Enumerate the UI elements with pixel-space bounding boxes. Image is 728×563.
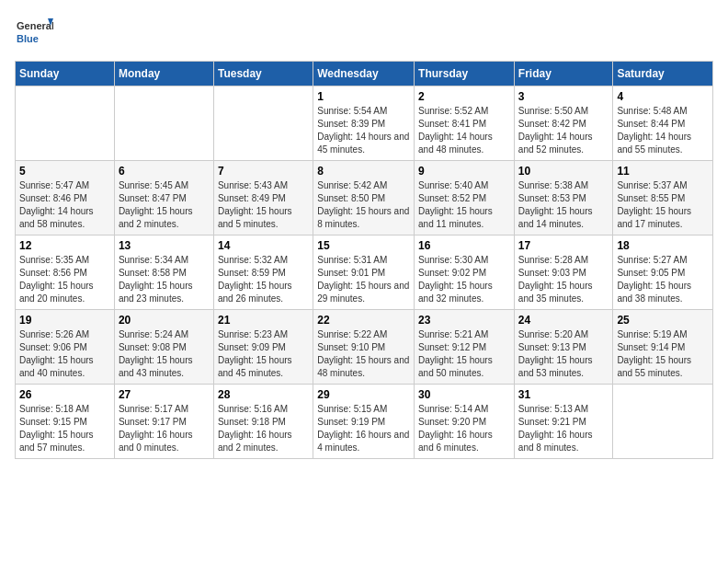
day-info: Sunrise: 5:40 AM Sunset: 8:52 PM Dayligh… <box>418 179 510 231</box>
calendar-cell <box>613 385 713 459</box>
day-number: 20 <box>119 314 210 327</box>
day-number: 22 <box>317 314 410 327</box>
day-number: 3 <box>518 90 609 103</box>
day-info: Sunrise: 5:43 AM Sunset: 8:49 PM Dayligh… <box>218 179 309 231</box>
calendar-cell: 11Sunrise: 5:37 AM Sunset: 8:55 PM Dayli… <box>613 161 713 236</box>
day-info: Sunrise: 5:23 AM Sunset: 9:09 PM Dayligh… <box>218 328 309 380</box>
day-number: 25 <box>617 314 709 327</box>
day-info: Sunrise: 5:14 AM Sunset: 9:20 PM Dayligh… <box>418 403 510 454</box>
calendar-cell: 29Sunrise: 5:15 AM Sunset: 9:19 PM Dayli… <box>313 385 415 459</box>
day-info: Sunrise: 5:35 AM Sunset: 8:56 PM Dayligh… <box>19 254 110 305</box>
day-number: 10 <box>518 165 609 178</box>
calendar-cell: 4Sunrise: 5:48 AM Sunset: 8:44 PM Daylig… <box>613 86 713 161</box>
calendar-week-row: 5Sunrise: 5:47 AM Sunset: 8:46 PM Daylig… <box>16 161 713 236</box>
day-info: Sunrise: 5:30 AM Sunset: 9:02 PM Dayligh… <box>418 254 510 305</box>
day-header-friday: Friday <box>514 62 613 86</box>
day-info: Sunrise: 5:21 AM Sunset: 9:12 PM Dayligh… <box>418 328 510 380</box>
day-number: 28 <box>218 388 309 401</box>
day-number: 12 <box>19 239 110 252</box>
calendar-cell: 6Sunrise: 5:45 AM Sunset: 8:47 PM Daylig… <box>114 161 213 236</box>
day-number: 24 <box>518 314 609 327</box>
header: General Blue <box>15 15 713 53</box>
day-header-wednesday: Wednesday <box>313 62 415 86</box>
day-info: Sunrise: 5:34 AM Sunset: 8:58 PM Dayligh… <box>119 254 210 305</box>
logo-icon: General Blue <box>15 15 53 53</box>
day-number: 27 <box>119 388 210 401</box>
calendar-cell <box>213 86 313 161</box>
day-number: 14 <box>218 239 309 252</box>
day-header-tuesday: Tuesday <box>213 62 313 86</box>
day-info: Sunrise: 5:48 AM Sunset: 8:44 PM Dayligh… <box>617 105 709 156</box>
day-number: 26 <box>19 388 110 401</box>
calendar-cell: 21Sunrise: 5:23 AM Sunset: 9:09 PM Dayli… <box>213 310 313 385</box>
calendar-week-row: 19Sunrise: 5:26 AM Sunset: 9:06 PM Dayli… <box>16 310 713 385</box>
day-info: Sunrise: 5:42 AM Sunset: 8:50 PM Dayligh… <box>317 179 410 231</box>
day-number: 8 <box>317 165 410 178</box>
calendar-cell: 20Sunrise: 5:24 AM Sunset: 9:08 PM Dayli… <box>114 310 213 385</box>
day-header-saturday: Saturday <box>613 62 713 86</box>
calendar-header-row: SundayMondayTuesdayWednesdayThursdayFrid… <box>16 62 713 86</box>
calendar-cell: 19Sunrise: 5:26 AM Sunset: 9:06 PM Dayli… <box>16 310 115 385</box>
day-info: Sunrise: 5:45 AM Sunset: 8:47 PM Dayligh… <box>119 179 210 231</box>
calendar-cell: 2Sunrise: 5:52 AM Sunset: 8:41 PM Daylig… <box>415 86 515 161</box>
day-info: Sunrise: 5:28 AM Sunset: 9:03 PM Dayligh… <box>518 254 609 305</box>
day-info: Sunrise: 5:54 AM Sunset: 8:39 PM Dayligh… <box>317 105 410 156</box>
day-number: 31 <box>518 388 609 401</box>
calendar-cell: 27Sunrise: 5:17 AM Sunset: 9:17 PM Dayli… <box>114 385 213 459</box>
day-number: 23 <box>418 314 510 327</box>
calendar-cell: 28Sunrise: 5:16 AM Sunset: 9:18 PM Dayli… <box>213 385 313 459</box>
calendar-cell: 25Sunrise: 5:19 AM Sunset: 9:14 PM Dayli… <box>613 310 713 385</box>
day-number: 6 <box>119 165 210 178</box>
day-number: 30 <box>418 388 510 401</box>
calendar-cell: 1Sunrise: 5:54 AM Sunset: 8:39 PM Daylig… <box>313 86 415 161</box>
calendar-cell: 5Sunrise: 5:47 AM Sunset: 8:46 PM Daylig… <box>16 161 115 236</box>
day-number: 1 <box>317 90 410 103</box>
day-number: 5 <box>19 165 110 178</box>
day-info: Sunrise: 5:24 AM Sunset: 9:08 PM Dayligh… <box>119 328 210 380</box>
day-info: Sunrise: 5:22 AM Sunset: 9:10 PM Dayligh… <box>317 328 410 380</box>
logo: General Blue <box>15 15 53 53</box>
day-number: 15 <box>317 239 410 252</box>
day-info: Sunrise: 5:27 AM Sunset: 9:05 PM Dayligh… <box>617 254 709 305</box>
day-number: 17 <box>518 239 609 252</box>
calendar-week-row: 1Sunrise: 5:54 AM Sunset: 8:39 PM Daylig… <box>16 86 713 161</box>
calendar-cell: 10Sunrise: 5:38 AM Sunset: 8:53 PM Dayli… <box>514 161 613 236</box>
calendar-cell: 12Sunrise: 5:35 AM Sunset: 8:56 PM Dayli… <box>16 236 115 310</box>
calendar-week-row: 12Sunrise: 5:35 AM Sunset: 8:56 PM Dayli… <box>16 236 713 310</box>
day-info: Sunrise: 5:26 AM Sunset: 9:06 PM Dayligh… <box>19 328 110 380</box>
calendar-cell: 18Sunrise: 5:27 AM Sunset: 9:05 PM Dayli… <box>613 236 713 310</box>
day-info: Sunrise: 5:18 AM Sunset: 9:15 PM Dayligh… <box>19 403 110 454</box>
day-info: Sunrise: 5:38 AM Sunset: 8:53 PM Dayligh… <box>518 179 609 231</box>
calendar-table: SundayMondayTuesdayWednesdayThursdayFrid… <box>15 61 713 459</box>
day-header-sunday: Sunday <box>16 62 115 86</box>
day-info: Sunrise: 5:20 AM Sunset: 9:13 PM Dayligh… <box>518 328 609 380</box>
day-info: Sunrise: 5:17 AM Sunset: 9:17 PM Dayligh… <box>119 403 210 454</box>
day-info: Sunrise: 5:16 AM Sunset: 9:18 PM Dayligh… <box>218 403 309 454</box>
calendar-week-row: 26Sunrise: 5:18 AM Sunset: 9:15 PM Dayli… <box>16 385 713 459</box>
calendar-cell: 8Sunrise: 5:42 AM Sunset: 8:50 PM Daylig… <box>313 161 415 236</box>
day-info: Sunrise: 5:52 AM Sunset: 8:41 PM Dayligh… <box>418 105 510 156</box>
day-info: Sunrise: 5:15 AM Sunset: 9:19 PM Dayligh… <box>317 403 410 454</box>
day-header-monday: Monday <box>114 62 213 86</box>
day-number: 13 <box>119 239 210 252</box>
day-number: 7 <box>218 165 309 178</box>
calendar-cell: 16Sunrise: 5:30 AM Sunset: 9:02 PM Dayli… <box>415 236 515 310</box>
calendar-cell: 30Sunrise: 5:14 AM Sunset: 9:20 PM Dayli… <box>415 385 515 459</box>
calendar-cell: 31Sunrise: 5:13 AM Sunset: 9:21 PM Dayli… <box>514 385 613 459</box>
calendar-cell: 14Sunrise: 5:32 AM Sunset: 8:59 PM Dayli… <box>213 236 313 310</box>
day-number: 16 <box>418 239 510 252</box>
calendar-cell: 23Sunrise: 5:21 AM Sunset: 9:12 PM Dayli… <box>415 310 515 385</box>
day-header-thursday: Thursday <box>415 62 515 86</box>
day-number: 19 <box>19 314 110 327</box>
day-number: 9 <box>418 165 510 178</box>
day-number: 11 <box>617 165 709 178</box>
day-info: Sunrise: 5:31 AM Sunset: 9:01 PM Dayligh… <box>317 254 410 305</box>
calendar-cell: 7Sunrise: 5:43 AM Sunset: 8:49 PM Daylig… <box>213 161 313 236</box>
svg-text:Blue: Blue <box>17 33 39 44</box>
calendar-cell: 13Sunrise: 5:34 AM Sunset: 8:58 PM Dayli… <box>114 236 213 310</box>
calendar-cell: 26Sunrise: 5:18 AM Sunset: 9:15 PM Dayli… <box>16 385 115 459</box>
calendar-cell: 24Sunrise: 5:20 AM Sunset: 9:13 PM Dayli… <box>514 310 613 385</box>
day-info: Sunrise: 5:19 AM Sunset: 9:14 PM Dayligh… <box>617 328 709 380</box>
day-info: Sunrise: 5:37 AM Sunset: 8:55 PM Dayligh… <box>617 179 709 231</box>
calendar-cell: 15Sunrise: 5:31 AM Sunset: 9:01 PM Dayli… <box>313 236 415 310</box>
